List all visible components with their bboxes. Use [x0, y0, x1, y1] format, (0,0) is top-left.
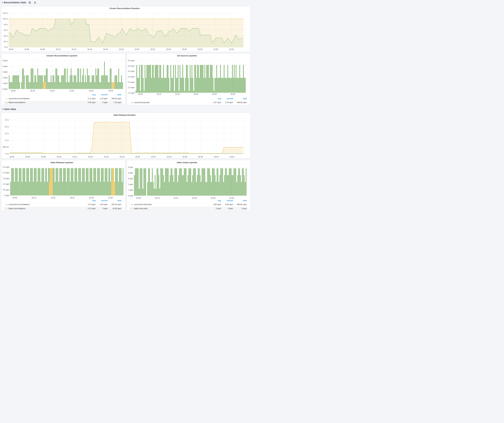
svg-text:15:25: 15:25 — [212, 93, 217, 95]
svg-text:15:05: 15:05 — [11, 90, 15, 92]
svg-text:15:14: 15:14 — [88, 156, 93, 158]
svg-text:15:22: 15:22 — [151, 156, 156, 158]
svg-text:15:30: 15:30 — [230, 93, 235, 95]
svg-text:15:25: 15:25 — [89, 90, 94, 92]
svg-text:1.5 s: 1.5 s — [5, 132, 9, 135]
svg-text:2 opm: 2 opm — [2, 77, 7, 79]
svg-text:0 opm: 0 opm — [128, 195, 133, 197]
svg-text:1.5 opm: 1.5 opm — [128, 86, 134, 89]
svg-text:15:15: 15:15 — [51, 197, 55, 199]
svg-text:15:30: 15:30 — [214, 156, 218, 158]
svg-text:3.0 opm: 3.0 opm — [128, 70, 134, 72]
svg-text:0 opm: 0 opm — [2, 88, 7, 90]
svg-text:1.0 opm: 1.0 opm — [3, 183, 9, 185]
svg-text:15:06: 15:06 — [25, 156, 30, 158]
svg-text:1.5 opm: 1.5 opm — [3, 177, 9, 180]
svg-text:15:15: 15:15 — [50, 90, 54, 92]
svg-text:15:20: 15:20 — [193, 93, 198, 95]
svg-text:15:18: 15:18 — [119, 48, 124, 50]
svg-text:8.0 s: 8.0 s — [4, 41, 8, 43]
svg-text:15:26: 15:26 — [182, 156, 187, 158]
svg-text:15:20: 15:20 — [192, 197, 197, 199]
svg-text:10.0 s: 10.0 s — [3, 18, 8, 20]
svg-text:15:18: 15:18 — [120, 156, 124, 158]
svg-text:15:15: 15:15 — [174, 197, 178, 199]
svg-text:15:04: 15:04 — [9, 48, 13, 50]
svg-text:15:16: 15:16 — [104, 156, 108, 158]
svg-text:15:26: 15:26 — [182, 48, 186, 50]
svg-text:15:06: 15:06 — [24, 48, 29, 50]
svg-text:15:12: 15:12 — [72, 156, 77, 158]
svg-text:15:25: 15:25 — [211, 197, 215, 199]
svg-text:15:24: 15:24 — [166, 48, 171, 50]
svg-text:1 opm: 1 opm — [2, 82, 7, 84]
svg-text:15:30: 15:30 — [108, 90, 113, 92]
svg-text:15:15: 15:15 — [175, 93, 180, 95]
svg-text:4.0 opm: 4.0 opm — [128, 59, 134, 62]
svg-text:15:10: 15:10 — [56, 48, 60, 50]
svg-text:15:10: 15:10 — [30, 90, 35, 92]
svg-text:1.0 opm: 1.0 opm — [128, 92, 134, 94]
svg-text:2.0 s: 2.0 s — [5, 126, 9, 128]
svg-text:4 opm: 4 opm — [128, 172, 133, 174]
svg-text:0 ns: 0 ns — [5, 153, 9, 155]
svg-text:3.5 opm: 3.5 opm — [128, 65, 134, 67]
svg-text:2.0 opm: 2.0 opm — [3, 172, 9, 174]
svg-text:8.5 s: 8.5 s — [4, 35, 8, 37]
svg-text:15:04: 15:04 — [10, 156, 14, 158]
svg-text:15:32: 15:32 — [229, 48, 234, 50]
svg-text:15:28: 15:28 — [198, 156, 203, 158]
svg-text:15:30: 15:30 — [108, 197, 113, 199]
svg-text:15:10: 15:10 — [155, 197, 159, 199]
svg-text:15:20: 15:20 — [69, 90, 74, 92]
svg-text:15:16: 15:16 — [103, 48, 108, 50]
svg-text:9.5 s: 9.5 s — [4, 24, 8, 26]
svg-text:2 opm: 2 opm — [128, 183, 133, 186]
svg-text:15:20: 15:20 — [70, 197, 74, 199]
svg-text:3 opm: 3 opm — [128, 177, 133, 180]
svg-text:500 ms: 500 ms — [3, 146, 9, 148]
svg-text:15:05: 15:05 — [12, 197, 17, 199]
svg-text:15:08: 15:08 — [41, 156, 46, 158]
svg-text:15:32: 15:32 — [229, 156, 234, 158]
svg-text:4 opm: 4 opm — [2, 65, 7, 67]
svg-text:0.5 opm: 0.5 opm — [3, 189, 9, 191]
svg-text:5 opm: 5 opm — [2, 59, 7, 62]
svg-text:15:22: 15:22 — [150, 48, 155, 50]
svg-text:0 opm: 0 opm — [4, 194, 9, 197]
svg-text:15:20: 15:20 — [135, 48, 139, 50]
svg-text:5 opm: 5 opm — [128, 166, 133, 168]
svg-text:15:08: 15:08 — [40, 48, 45, 50]
svg-text:15:25: 15:25 — [89, 197, 94, 199]
svg-text:3 opm: 3 opm — [2, 71, 7, 73]
svg-text:7.5 s: 7.5 s — [4, 46, 8, 48]
svg-text:2.5 opm: 2.5 opm — [128, 76, 134, 78]
svg-text:15:28: 15:28 — [198, 48, 202, 50]
svg-text:15:12: 15:12 — [72, 48, 76, 50]
svg-text:15:24: 15:24 — [167, 156, 171, 158]
svg-text:1.0 s: 1.0 s — [5, 139, 9, 141]
svg-text:15:30: 15:30 — [213, 48, 218, 50]
svg-text:15:30: 15:30 — [229, 197, 234, 199]
svg-text:15:20: 15:20 — [135, 156, 140, 158]
svg-text:15:05: 15:05 — [138, 93, 143, 95]
svg-text:1 opm: 1 opm — [128, 189, 133, 191]
svg-text:2.5 s: 2.5 s — [5, 119, 9, 121]
svg-text:15:10: 15:10 — [31, 197, 36, 199]
svg-text:2.0 opm: 2.0 opm — [128, 81, 134, 83]
svg-text:15:10: 15:10 — [156, 93, 161, 95]
svg-text:15:10: 15:10 — [57, 156, 61, 158]
svg-text:15:14: 15:14 — [87, 48, 92, 50]
svg-text:9.0 s: 9.0 s — [4, 29, 8, 31]
svg-text:15:05: 15:05 — [136, 197, 141, 199]
svg-text:10.5 s: 10.5 s — [3, 12, 8, 14]
svg-text:2.5 opm: 2.5 opm — [3, 166, 9, 168]
